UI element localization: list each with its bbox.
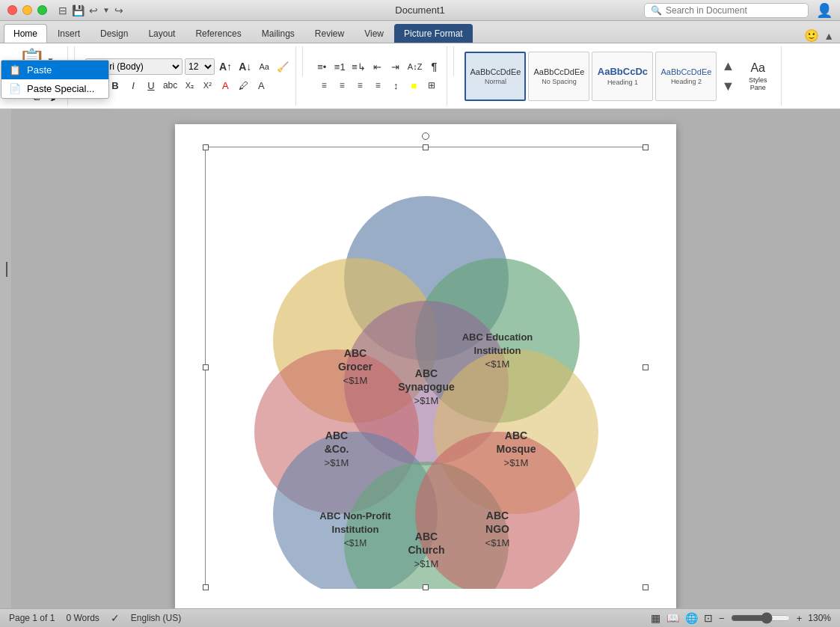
line-spacing-button[interactable]: ↕ bbox=[387, 77, 404, 94]
svg-text:Mosque: Mosque bbox=[497, 443, 536, 455]
tab-view[interactable]: View bbox=[355, 24, 393, 43]
style-no-spacing-text: AaBbCcDdEe bbox=[533, 67, 584, 76]
document-area[interactable]: ABC Grocer <$1M ABC Education Institutio… bbox=[11, 109, 840, 608]
focus-icon[interactable]: ⊡ bbox=[704, 612, 713, 624]
proofing-icon[interactable]: ✓ bbox=[111, 612, 120, 624]
zoom-slider[interactable] bbox=[731, 612, 791, 624]
tab-references[interactable]: References bbox=[186, 24, 251, 43]
handle-top-center[interactable] bbox=[423, 144, 429, 150]
superscript-button[interactable]: X² bbox=[199, 77, 215, 94]
document-title: Document1 bbox=[395, 4, 444, 16]
multilevel-list-button[interactable]: ≡↳ bbox=[349, 58, 368, 75]
tab-review[interactable]: Review bbox=[305, 24, 354, 43]
label-left: ABC bbox=[325, 429, 348, 441]
bullets-button[interactable]: ≡• bbox=[313, 58, 330, 75]
handle-middle-right[interactable] bbox=[643, 364, 649, 370]
text-effects-button[interactable]: A bbox=[253, 77, 269, 94]
undo-icon[interactable]: ↩ bbox=[89, 4, 98, 16]
zoom-out-icon[interactable]: − bbox=[719, 613, 725, 624]
minimize-button[interactable] bbox=[22, 5, 32, 15]
style-heading1-label: Heading 1 bbox=[607, 79, 638, 86]
underline-button[interactable]: U bbox=[143, 77, 159, 94]
selected-image-container[interactable]: ABC Grocer <$1M ABC Education Institutio… bbox=[205, 147, 646, 588]
align-right-button[interactable]: ≡ bbox=[352, 77, 368, 94]
styles-down-button[interactable]: ▼ bbox=[719, 78, 737, 94]
redo-icon[interactable]: ↪ bbox=[114, 4, 123, 16]
style-heading1[interactable]: AaBbCcDc Heading 1 bbox=[592, 52, 653, 101]
paste-menu-item[interactable]: 📋 Paste bbox=[1, 61, 108, 79]
show-marks-button[interactable]: ¶ bbox=[426, 58, 442, 75]
subscript-button[interactable]: X₂ bbox=[181, 77, 197, 94]
label-bottom-center: ABC bbox=[415, 530, 438, 542]
user-icon[interactable]: 👤 bbox=[816, 2, 833, 19]
justify-button[interactable]: ≡ bbox=[370, 77, 386, 94]
search-icon: 🔍 bbox=[651, 5, 662, 16]
decrease-font-button[interactable]: A↓ bbox=[236, 58, 254, 75]
style-no-spacing[interactable]: AaBbCcDdEe No Spacing bbox=[528, 52, 589, 101]
decrease-indent-button[interactable]: ⇤ bbox=[370, 58, 386, 75]
styles-pane-button[interactable]: Aa Styles Pane bbox=[739, 52, 776, 101]
collapse-ribbon-icon[interactable]: ▲ bbox=[824, 30, 834, 42]
style-no-spacing-label: No Spacing bbox=[542, 78, 577, 85]
handle-bottom-center[interactable] bbox=[423, 584, 429, 590]
svg-text:>$1M: >$1M bbox=[414, 558, 439, 569]
align-left-button[interactable]: ≡ bbox=[316, 77, 332, 94]
style-normal-text: AaBbCcDdEe bbox=[470, 67, 521, 76]
handle-top-left[interactable] bbox=[203, 144, 209, 150]
borders-button[interactable]: ⊞ bbox=[423, 77, 440, 94]
read-mode-icon[interactable]: 📖 bbox=[666, 612, 679, 624]
handle-bottom-left[interactable] bbox=[203, 584, 209, 590]
sort-button[interactable]: A↕Z bbox=[405, 58, 425, 75]
handle-bottom-right[interactable] bbox=[643, 584, 649, 590]
maximize-button[interactable] bbox=[37, 5, 47, 15]
increase-indent-button[interactable]: ⇥ bbox=[387, 58, 404, 75]
numbering-button[interactable]: ≡1 bbox=[331, 58, 348, 75]
clear-format-button[interactable]: 🧹 bbox=[275, 58, 291, 75]
paste-special-menu-item[interactable]: 📄 Paste Special... bbox=[1, 79, 108, 98]
increase-font-button[interactable]: A↑ bbox=[217, 58, 234, 75]
zoom-in-icon[interactable]: + bbox=[797, 613, 803, 624]
svg-text:<$1M: <$1M bbox=[344, 538, 367, 548]
para-row1: ≡• ≡1 ≡↳ ⇤ ⇥ A↕Z ¶ bbox=[313, 58, 442, 75]
save-icon[interactable]: 💾 bbox=[72, 4, 85, 16]
label-top-right: ABC Education bbox=[462, 331, 533, 343]
label-right: ABC bbox=[505, 429, 527, 441]
font-color-button[interactable]: A bbox=[217, 77, 233, 94]
tab-mailings[interactable]: Mailings bbox=[252, 24, 304, 43]
tab-picture-format[interactable]: Picture Format bbox=[394, 24, 473, 43]
zoom-level[interactable]: 130% bbox=[808, 613, 831, 623]
tab-insert[interactable]: Insert bbox=[48, 24, 90, 43]
search-box[interactable]: 🔍 bbox=[644, 3, 809, 18]
tab-design[interactable]: Design bbox=[91, 24, 138, 43]
emoji-icon[interactable]: 🙂 bbox=[804, 28, 819, 43]
styles-up-button[interactable]: ▲ bbox=[719, 58, 737, 74]
window-controls[interactable] bbox=[7, 5, 47, 15]
change-case-button[interactable]: Aa bbox=[256, 58, 272, 75]
svg-text:<$1M: <$1M bbox=[485, 358, 510, 370]
highlight-button[interactable]: 🖊 bbox=[235, 77, 251, 94]
handle-middle-left[interactable] bbox=[203, 364, 209, 370]
shading-button[interactable]: ■ bbox=[405, 77, 422, 94]
svg-text:>$1M: >$1M bbox=[504, 457, 529, 468]
style-heading2-text: AaBbCcDdEe bbox=[660, 67, 711, 76]
align-center-button[interactable]: ≡ bbox=[334, 77, 350, 94]
quick-access-toolbar: ⊟ bbox=[58, 4, 67, 16]
rotate-handle[interactable] bbox=[422, 132, 429, 140]
tab-layout[interactable]: Layout bbox=[138, 24, 185, 43]
bold-button[interactable]: B bbox=[107, 77, 123, 94]
search-input[interactable] bbox=[666, 5, 802, 16]
web-layout-icon[interactable]: 🌐 bbox=[685, 612, 698, 624]
style-heading2[interactable]: AaBbCcDdEe Heading 2 bbox=[655, 52, 717, 101]
handle-top-right[interactable] bbox=[643, 144, 649, 150]
undo-dropdown-icon[interactable]: ▼ bbox=[102, 6, 110, 14]
language[interactable]: English (US) bbox=[131, 613, 181, 623]
layout-view-icon[interactable]: ▦ bbox=[651, 612, 660, 624]
font-size-select[interactable]: 12 bbox=[185, 58, 215, 75]
italic-button[interactable]: I bbox=[125, 77, 141, 94]
strikethrough-button[interactable]: abc bbox=[161, 77, 180, 94]
close-button[interactable] bbox=[7, 5, 17, 15]
svg-text:Institution: Institution bbox=[332, 524, 379, 535]
font-row2: B I U abc X₂ X² A 🖊 A bbox=[107, 77, 269, 94]
style-normal[interactable]: AaBbCcDdEe Normal bbox=[465, 52, 526, 101]
tab-home[interactable]: Home bbox=[4, 24, 47, 43]
